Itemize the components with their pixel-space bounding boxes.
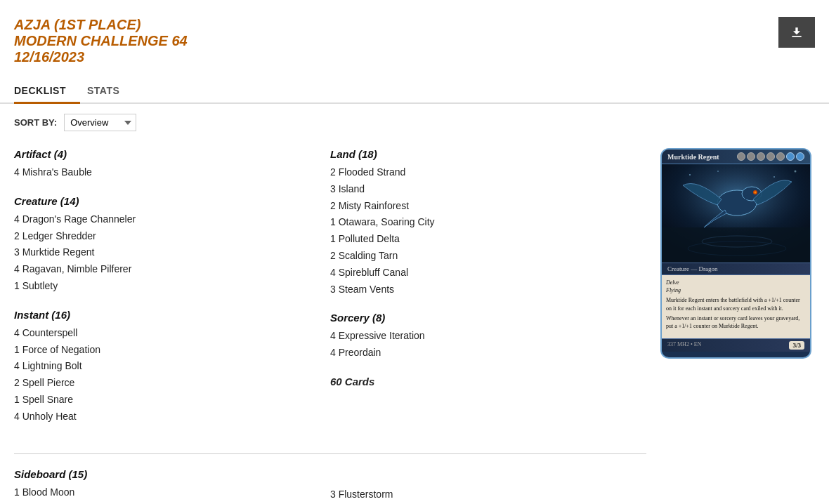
sideboard-right: 3 Flusterstorm 1 Force of Negation 2 Ste… bbox=[330, 468, 646, 504]
page-header: AZJA (1ST PLACE) MODERN CHALLENGE 64 12/… bbox=[0, 0, 829, 77]
sorcery-title: Sorcery (8) bbox=[330, 312, 646, 324]
card-art-svg bbox=[662, 164, 810, 263]
list-item: 3 Flusterstorm bbox=[330, 486, 646, 503]
list-item: 1 Brazen Borrower bbox=[14, 500, 330, 504]
land-title: Land (18) bbox=[330, 148, 646, 160]
land-list: 2 Flooded Strand 3 Island 2 Misty Rainfo… bbox=[330, 164, 646, 298]
title-block: AZJA (1ST PLACE) MODERN CHALLENGE 64 12/… bbox=[14, 17, 188, 65]
creature-section: Creature (14) 4 Dragon's Rage Channeler … bbox=[14, 195, 330, 295]
sort-label: SORT BY: bbox=[14, 117, 57, 128]
event-name: MODERN CHALLENGE 64 bbox=[14, 33, 188, 49]
list-item: 4 Counterspell bbox=[14, 325, 330, 342]
mana-colorless-1 bbox=[737, 152, 745, 161]
mana-blue-1 bbox=[786, 152, 795, 161]
sideboard-section-right: 3 Flusterstorm 1 Force of Negation 2 Ste… bbox=[330, 486, 646, 504]
svg-point-12 bbox=[773, 176, 775, 178]
svg-point-11 bbox=[717, 171, 719, 172]
total-cards: 60 Cards bbox=[330, 376, 646, 387]
mana-blue-2 bbox=[796, 152, 804, 161]
card-text: Delve Flying Murktide Regent enters the … bbox=[662, 275, 810, 338]
tab-bar: DECKLIST STATS bbox=[0, 77, 829, 104]
list-item: 1 Spell Snare bbox=[14, 392, 330, 409]
sideboard-sections: Sideboard (15) 1 Blood Moon 1 Brazen Bor… bbox=[14, 468, 646, 504]
svg-point-13 bbox=[795, 171, 797, 173]
list-item: 4 Preordain bbox=[330, 345, 646, 362]
list-item: 4 Mishra's Bauble bbox=[14, 164, 330, 181]
land-section: Land (18) 2 Flooded Strand 3 Island 2 Mi… bbox=[330, 148, 646, 298]
sideboard-list-right: 3 Flusterstorm 1 Force of Negation 2 Ste… bbox=[330, 486, 646, 504]
mana-colorless-5 bbox=[776, 152, 785, 161]
card-image: Murktide Regent bbox=[660, 148, 811, 359]
card-set-info: 337 MH2 • EN bbox=[667, 341, 701, 350]
main-sections: Artifact (4) 4 Mishra's Bauble Creature … bbox=[14, 148, 646, 439]
instant-list: 4 Counterspell 1 Force of Negation 4 Lig… bbox=[14, 325, 330, 425]
list-item: 4 Dragon's Rage Channeler bbox=[14, 211, 330, 228]
card-power-toughness: 3/3 bbox=[789, 341, 804, 350]
card-type: Creature — Dragon bbox=[662, 263, 810, 275]
card-art bbox=[662, 164, 810, 263]
artifact-section: Artifact (4) 4 Mishra's Bauble bbox=[14, 148, 330, 181]
sideboard-section: Sideboard (15) 1 Blood Moon 1 Brazen Bor… bbox=[14, 468, 330, 504]
svg-point-7 bbox=[755, 192, 757, 194]
list-item: 1 Otawara, Soaring City bbox=[330, 214, 646, 231]
right-sections: Land (18) 2 Flooded Strand 3 Island 2 Mi… bbox=[330, 148, 646, 439]
list-item: 1 Force of Negation bbox=[14, 342, 330, 359]
sorcery-section: Sorcery (8) 4 Expressive Iteration 4 Pre… bbox=[330, 312, 646, 362]
list-item: 2 Spell Pierce bbox=[14, 375, 330, 392]
list-item: 3 Murktide Regent bbox=[14, 244, 330, 261]
instant-title: Instant (16) bbox=[14, 309, 330, 321]
sideboard-list-left: 1 Blood Moon 1 Brazen Borrower 1 Brother… bbox=[14, 484, 330, 504]
list-item: 3 Island bbox=[330, 181, 646, 198]
left-sections: Artifact (4) 4 Mishra's Bauble Creature … bbox=[14, 148, 330, 439]
controls-bar: SORT BY: Overview Mana Value Color Type bbox=[0, 104, 829, 141]
sort-select[interactable]: Overview Mana Value Color Type bbox=[64, 114, 136, 131]
card-footer: 337 MH2 • EN 3/3 bbox=[662, 338, 810, 352]
list-item: 4 Expressive Iteration bbox=[330, 328, 646, 345]
creature-title: Creature (14) bbox=[14, 195, 330, 207]
sorcery-list: 4 Expressive Iteration 4 Preordain bbox=[330, 328, 646, 362]
list-item: 4 Unholy Heat bbox=[14, 409, 330, 425]
artifact-list: 4 Mishra's Bauble bbox=[14, 164, 330, 181]
tab-stats[interactable]: STATS bbox=[87, 78, 133, 104]
download-button[interactable] bbox=[778, 17, 815, 48]
card-header: Murktide Regent bbox=[662, 150, 810, 164]
list-item: 4 Ragavan, Nimble Pilferer bbox=[14, 261, 330, 278]
list-item: 2 Ledger Shredder bbox=[14, 228, 330, 245]
creature-list: 4 Dragon's Rage Channeler 2 Ledger Shred… bbox=[14, 211, 330, 295]
list-item: 3 Steam Vents bbox=[330, 281, 646, 298]
list-item: 4 Spirebluff Canal bbox=[330, 265, 646, 281]
tab-decklist[interactable]: DECKLIST bbox=[14, 78, 80, 104]
list-item: 2 Misty Rainforest bbox=[330, 198, 646, 215]
list-item: 1 Blood Moon bbox=[14, 484, 330, 501]
card-preview-area: Murktide Regent bbox=[660, 148, 815, 504]
svg-line-5 bbox=[745, 196, 752, 198]
mana-colorless-3 bbox=[757, 152, 765, 161]
card-mana-cost bbox=[737, 152, 804, 161]
list-item: 2 Scalding Tarn bbox=[330, 248, 646, 265]
list-item: 1 Subtlety bbox=[14, 278, 330, 295]
artifact-title: Artifact (4) bbox=[14, 148, 330, 160]
section-divider bbox=[14, 453, 646, 454]
decklist-area: Artifact (4) 4 Mishra's Bauble Creature … bbox=[14, 148, 646, 504]
svg-point-10 bbox=[689, 174, 691, 175]
main-content: Artifact (4) 4 Mishra's Bauble Creature … bbox=[0, 141, 829, 504]
list-item: 2 Flooded Strand bbox=[330, 164, 646, 181]
mana-colorless-4 bbox=[766, 152, 775, 161]
download-icon bbox=[790, 25, 804, 39]
player-name: AZJA (1ST PLACE) bbox=[14, 17, 188, 33]
sideboard-title: Sideboard (15) bbox=[14, 468, 330, 480]
list-item: 1 Polluted Delta bbox=[330, 231, 646, 248]
mana-colorless-2 bbox=[747, 152, 755, 161]
list-item: 4 Lightning Bolt bbox=[14, 358, 330, 375]
event-date: 12/16/2023 bbox=[14, 49, 188, 65]
instant-section: Instant (16) 4 Counterspell 1 Force of N… bbox=[14, 309, 330, 425]
card-preview-name: Murktide Regent bbox=[667, 153, 719, 161]
sideboard-left: Sideboard (15) 1 Blood Moon 1 Brazen Bor… bbox=[14, 468, 330, 504]
